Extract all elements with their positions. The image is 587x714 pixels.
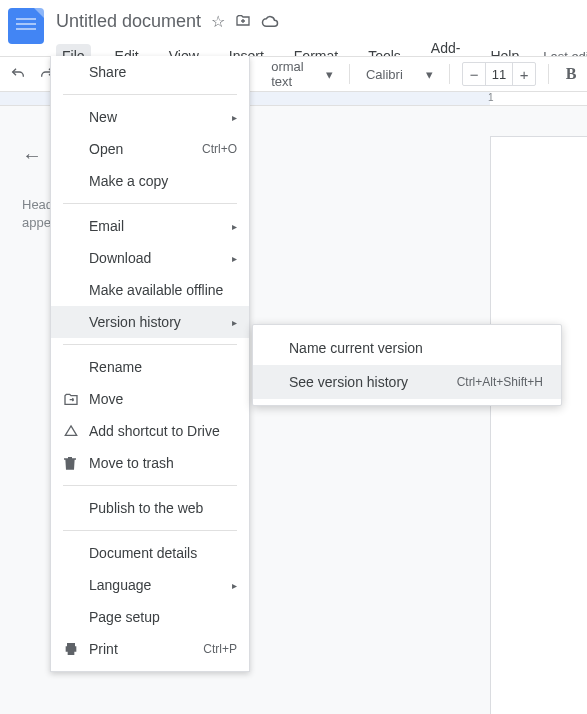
chevron-right-icon: ▸	[232, 253, 237, 264]
menu-trash[interactable]: Move to trash	[51, 447, 249, 479]
menu-rename[interactable]: Rename	[51, 351, 249, 383]
shortcut: Ctrl+Alt+Shift+H	[457, 375, 543, 389]
separator	[449, 64, 450, 84]
shortcut: Ctrl+O	[202, 142, 237, 156]
divider	[63, 94, 237, 95]
ruler-mark-1: 1	[488, 92, 494, 103]
paragraph-style-select[interactable]: ormal text ▾	[267, 59, 337, 89]
chevron-right-icon: ▸	[232, 580, 237, 591]
bold-button[interactable]: B	[561, 65, 581, 83]
menu-make-copy[interactable]: Make a copy	[51, 165, 249, 197]
font-size-stepper: − +	[462, 62, 536, 86]
divider	[63, 344, 237, 345]
drive-shortcut-icon	[63, 424, 89, 438]
outline-back-button[interactable]: ←	[22, 144, 42, 167]
file-dropdown: Share New ▸ Open Ctrl+O Make a copy Emai…	[50, 56, 250, 672]
separator	[349, 64, 350, 84]
chevron-right-icon: ▸	[232, 221, 237, 232]
menu-details[interactable]: Document details	[51, 537, 249, 569]
menu-new[interactable]: New ▸	[51, 101, 249, 133]
print-icon	[63, 641, 89, 657]
version-history-submenu: Name current version See version history…	[252, 324, 562, 406]
trash-icon	[63, 455, 89, 471]
menu-publish[interactable]: Publish to the web	[51, 492, 249, 524]
menu-page-setup[interactable]: Page setup	[51, 601, 249, 633]
chevron-right-icon: ▸	[232, 112, 237, 123]
paragraph-style-label: ormal text	[271, 59, 322, 89]
undo-button[interactable]	[6, 61, 30, 87]
font-size-input[interactable]	[485, 63, 513, 85]
submenu-see-version-history[interactable]: See version history Ctrl+Alt+Shift+H	[253, 365, 561, 399]
font-size-decrease[interactable]: −	[463, 63, 485, 85]
folder-move-icon	[63, 392, 89, 406]
menu-open[interactable]: Open Ctrl+O	[51, 133, 249, 165]
menu-move[interactable]: Move	[51, 383, 249, 415]
star-icon[interactable]: ☆	[211, 12, 225, 31]
menu-email[interactable]: Email ▸	[51, 210, 249, 242]
font-family-select[interactable]: Calibri ▾	[362, 67, 437, 82]
menu-version-history[interactable]: Version history ▸	[51, 306, 249, 338]
header: Untitled document ☆ File Edit View Inser…	[0, 0, 587, 56]
divider	[63, 485, 237, 486]
submenu-name-current-version[interactable]: Name current version	[253, 331, 561, 365]
font-family-label: Calibri	[366, 67, 403, 82]
ruler-page-zone	[490, 92, 587, 105]
chevron-right-icon: ▸	[232, 317, 237, 328]
chevron-down-icon: ▾	[426, 67, 433, 82]
font-size-increase[interactable]: +	[513, 63, 535, 85]
title-row: Untitled document ☆	[56, 8, 587, 34]
document-page[interactable]	[490, 136, 587, 714]
outline-line: Head	[22, 197, 53, 212]
chevron-down-icon: ▾	[326, 67, 333, 82]
separator	[548, 64, 549, 84]
move-icon[interactable]	[235, 13, 251, 29]
docs-app-icon[interactable]	[8, 8, 44, 44]
menu-print[interactable]: Print Ctrl+P	[51, 633, 249, 665]
menu-download[interactable]: Download ▸	[51, 242, 249, 274]
menu-share[interactable]: Share	[51, 56, 249, 88]
cloud-status-icon[interactable]	[261, 14, 279, 28]
divider	[63, 530, 237, 531]
shortcut: Ctrl+P	[203, 642, 237, 656]
document-title[interactable]: Untitled document	[56, 11, 201, 32]
menu-add-shortcut[interactable]: Add shortcut to Drive	[51, 415, 249, 447]
menu-language[interactable]: Language ▸	[51, 569, 249, 601]
menu-offline[interactable]: Make available offline	[51, 274, 249, 306]
outline-line: appe	[22, 215, 51, 230]
divider	[63, 203, 237, 204]
